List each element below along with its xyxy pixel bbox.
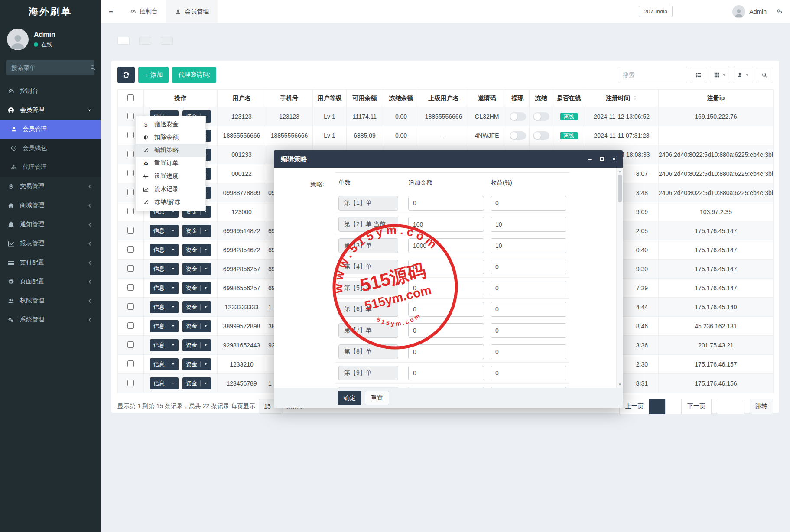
fund-button[interactable]: 资金 (182, 263, 211, 275)
extra-amount-input[interactable] (408, 238, 484, 253)
sidebar-item[interactable]: 会员管理 (0, 120, 101, 139)
withdraw-toggle[interactable] (510, 112, 526, 121)
row-checkbox[interactable] (127, 246, 134, 253)
sidebar-item[interactable]: 页面配置 (0, 272, 101, 291)
action-menu-item[interactable]: 流水记录 (136, 183, 205, 196)
sidebar-item[interactable]: 商城管理 (0, 196, 101, 215)
row-checkbox[interactable] (127, 322, 134, 329)
info-button[interactable]: 信息 (150, 339, 179, 351)
extra-amount-input[interactable] (408, 323, 484, 338)
sidebar-item[interactable]: 交易管理 (0, 177, 101, 196)
sidebar-search-input[interactable] (6, 64, 90, 71)
hamburger-icon[interactable]: ≡ (101, 0, 121, 23)
profit-percent-input[interactable] (491, 302, 566, 317)
fund-button[interactable]: 资金 (182, 282, 211, 294)
scrollbar-thumb[interactable] (618, 175, 622, 202)
row-checkbox[interactable] (127, 151, 134, 157)
fund-button[interactable]: 资金 (182, 301, 211, 313)
column-header[interactable]: 邀请码 (468, 90, 506, 107)
info-button[interactable]: 信息 (150, 244, 179, 256)
row-checkbox[interactable] (127, 170, 134, 176)
fund-button[interactable]: 资金 (182, 320, 211, 332)
toolbar-view-button[interactable] (690, 67, 707, 83)
column-header[interactable]: 可用余额 (347, 90, 383, 107)
column-header[interactable]: 用户等级 (313, 90, 347, 107)
column-header[interactable]: 是否在线 (553, 90, 585, 107)
row-checkbox[interactable] (127, 208, 134, 214)
sidebar-item[interactable]: 报表管理 (0, 234, 101, 253)
column-header[interactable]: 注册ip (659, 90, 774, 107)
fund-button[interactable]: 资金 (182, 225, 211, 237)
profit-percent-input[interactable] (491, 281, 566, 295)
info-button[interactable]: 信息 (150, 320, 179, 332)
fund-button[interactable]: 资金 (182, 377, 211, 389)
region-button[interactable]: 207-India (639, 6, 673, 17)
toolbar-view-button[interactable] (756, 67, 773, 83)
row-checkbox[interactable] (127, 265, 134, 272)
sidebar-item[interactable]: 系统管理 (0, 310, 101, 329)
column-header[interactable]: 用户名 (218, 90, 266, 107)
profit-percent-input[interactable] (491, 366, 566, 380)
scroll-up-icon[interactable]: ▲ (617, 168, 623, 174)
navbar-tab[interactable]: 控制台 (121, 0, 166, 23)
extra-amount-input[interactable] (408, 196, 484, 211)
jump-button[interactable]: 跳转 (750, 399, 773, 414)
action-menu-item[interactable]: 编辑策略 (136, 144, 205, 157)
action-menu-item[interactable]: 扣除余额 (136, 131, 205, 144)
sort-icon[interactable] (633, 95, 637, 100)
action-menu-item[interactable]: 设置进度 (136, 170, 205, 183)
page-button[interactable] (665, 399, 682, 414)
info-button[interactable]: 信息 (150, 377, 179, 389)
action-menu-item[interactable]: 冻结/解冻 (136, 196, 205, 209)
extra-amount-input[interactable] (408, 366, 484, 380)
withdraw-toggle[interactable] (510, 131, 526, 140)
sidebar-item[interactable]: 会员管理 (0, 101, 101, 120)
jump-page-input[interactable] (717, 399, 744, 414)
agent-invite-button[interactable]: 代理邀请码: (172, 67, 216, 83)
column-header[interactable]: 冻结余额 (383, 90, 419, 107)
fund-button[interactable]: 资金 (182, 339, 211, 351)
sidebar-item[interactable]: 会员钱包 (0, 139, 101, 158)
info-button[interactable]: 信息 (150, 301, 179, 313)
profit-percent-input[interactable] (491, 238, 566, 253)
sidebar-item[interactable]: 代理管理 (0, 158, 101, 177)
minimize-icon[interactable]: – (588, 156, 592, 162)
row-checkbox[interactable] (127, 227, 134, 234)
scroll-down-icon[interactable]: ▼ (617, 381, 623, 387)
filter-tab[interactable] (139, 37, 151, 45)
toolbar-view-button[interactable] (710, 67, 730, 83)
prev-page-button[interactable]: 上一页 (619, 399, 650, 414)
row-checkbox[interactable] (127, 303, 134, 310)
close-icon[interactable]: × (612, 156, 616, 162)
filter-tab[interactable] (117, 37, 130, 45)
column-header[interactable]: 注册时间 (585, 90, 659, 107)
column-header[interactable]: 手机号 (266, 90, 313, 107)
profit-percent-input[interactable] (491, 344, 566, 359)
search-icon[interactable] (90, 65, 96, 71)
profit-percent-input[interactable] (491, 217, 566, 232)
profit-percent-input[interactable] (491, 260, 566, 274)
row-checkbox[interactable] (127, 284, 134, 291)
extra-amount-input[interactable] (408, 260, 484, 274)
confirm-button[interactable]: 确定 (338, 391, 361, 405)
sidebar-item[interactable]: 控制台 (0, 81, 101, 101)
fund-button[interactable]: 资金 (182, 358, 211, 370)
extra-amount-input[interactable] (408, 302, 484, 317)
row-checkbox[interactable] (127, 380, 134, 386)
row-checkbox[interactable] (127, 113, 134, 119)
profit-percent-input[interactable] (491, 323, 566, 338)
info-button[interactable]: 信息 (150, 282, 179, 294)
select-all-checkbox[interactable] (127, 94, 134, 101)
action-menu-item[interactable]: ♻ 重置订单 (136, 157, 205, 170)
add-button[interactable]: +添加 (138, 67, 169, 83)
cogs-icon[interactable] (777, 8, 783, 15)
fund-button[interactable]: 资金 (182, 244, 211, 256)
extra-amount-input[interactable] (408, 217, 484, 232)
freeze-toggle[interactable] (533, 112, 549, 121)
column-header[interactable]: 提现 (506, 90, 530, 107)
freeze-toggle[interactable] (533, 131, 549, 140)
row-checkbox[interactable] (127, 360, 134, 367)
maximize-icon[interactable] (600, 157, 604, 161)
column-header[interactable]: 操作 (144, 90, 218, 107)
toolbar-view-button[interactable] (733, 67, 753, 83)
